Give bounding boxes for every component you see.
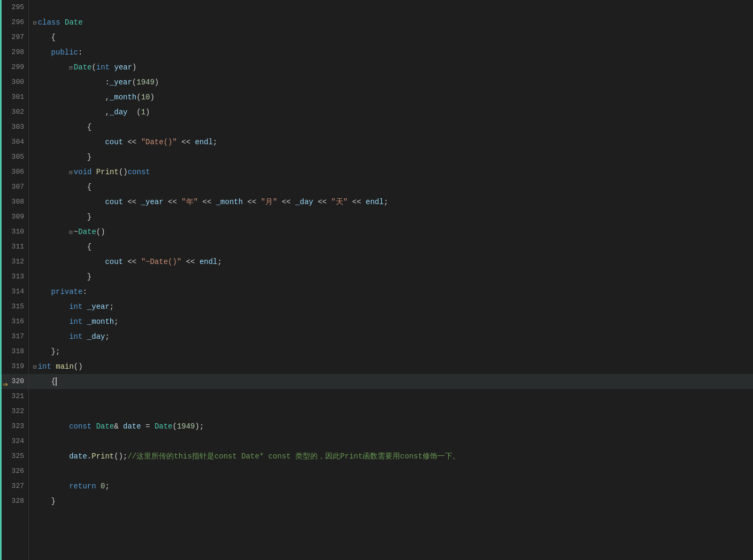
plain-token: = bbox=[141, 422, 155, 431]
typename-token: Date bbox=[155, 422, 173, 431]
code-line-327: return 0; bbox=[29, 479, 753, 494]
line-num-303: 303 bbox=[2, 120, 28, 135]
code-line-322 bbox=[29, 404, 753, 419]
code-content[interactable]: ⊟class Date { public: ⊟Date(int year) :_… bbox=[29, 0, 753, 560]
keyword-token: public bbox=[51, 48, 78, 57]
plain-token bbox=[91, 168, 96, 176]
code-line-315: int _year; bbox=[29, 299, 753, 314]
variable-token: endl bbox=[366, 198, 384, 206]
collapse-icon[interactable]: ⊟ bbox=[33, 363, 37, 370]
plain-token: ; bbox=[105, 482, 109, 491]
plain-token: { bbox=[87, 183, 91, 191]
code-line-314: private: bbox=[29, 284, 753, 299]
variable-token: date bbox=[123, 422, 141, 431]
code-line-306: ⊟void Print()const bbox=[29, 165, 753, 180]
code-line-300: :_year(1949) bbox=[29, 75, 753, 90]
plain-token: ); bbox=[195, 422, 204, 431]
plain-token: << bbox=[123, 138, 141, 146]
typename-token: Date bbox=[78, 228, 96, 236]
plain-token: }; bbox=[51, 347, 60, 356]
variable-token: cout bbox=[105, 138, 123, 146]
code-line-324 bbox=[29, 434, 753, 449]
collapse-icon[interactable]: ⊟ bbox=[69, 229, 73, 236]
code-line-308: cout << _year << "年" << _month << "月" <<… bbox=[29, 195, 753, 209]
plain-token: , bbox=[105, 93, 109, 102]
collapse-icon[interactable]: ⊟ bbox=[69, 169, 73, 176]
code-line-299: ⊟Date(int year) bbox=[29, 60, 753, 75]
plain-token: ( bbox=[136, 93, 141, 102]
plain-token: << bbox=[313, 198, 332, 206]
code-line-318: }; bbox=[29, 344, 753, 359]
line-num-301: 301 bbox=[2, 90, 28, 105]
code-line-311: { bbox=[29, 239, 753, 254]
plain-token: : bbox=[105, 78, 109, 87]
string-token: "天" bbox=[331, 197, 348, 207]
plain-token: ( bbox=[91, 63, 96, 72]
line-num-295: 295 bbox=[2, 0, 28, 15]
comment-token: //这里所传的this指针是const Date* const 类型的，因此Pr… bbox=[127, 452, 460, 461]
code-line-304: cout << "Date()" << endl; bbox=[29, 135, 753, 150]
typename-token: Date bbox=[65, 18, 83, 27]
plain-token: : bbox=[78, 48, 82, 57]
collapse-icon[interactable]: ⊟ bbox=[33, 19, 37, 26]
current-line-arrow: ⇒ bbox=[3, 377, 8, 392]
plain-token: } bbox=[87, 273, 91, 281]
plain-token: << bbox=[123, 258, 141, 266]
code-line-301: ,_month(10) bbox=[29, 90, 753, 105]
line-num-316: 316 bbox=[2, 314, 28, 329]
line-num-327: 327 bbox=[2, 479, 28, 494]
line-num-297: 297 bbox=[2, 30, 28, 45]
function-token: Print bbox=[96, 168, 119, 176]
plain-token: } bbox=[87, 153, 91, 161]
code-line-295 bbox=[29, 0, 753, 15]
collapse-icon[interactable]: ⊟ bbox=[69, 64, 73, 71]
code-line-298: public: bbox=[29, 45, 753, 60]
code-line-316: int _month; bbox=[29, 314, 753, 329]
keyword-token: int bbox=[69, 317, 82, 326]
line-num-296: 296 bbox=[2, 15, 28, 30]
line-num-307: 307 bbox=[2, 180, 28, 195]
variable-token: _day bbox=[295, 198, 313, 206]
plain-token bbox=[110, 63, 114, 72]
keyword-token: int bbox=[69, 332, 82, 341]
line-num-328: 328 bbox=[2, 494, 28, 509]
keyword-token: class bbox=[38, 18, 60, 27]
line-num-317: 317 bbox=[2, 329, 28, 344]
code-line-310: ⊟~Date() bbox=[29, 224, 753, 239]
line-num-324: 324 bbox=[2, 434, 28, 449]
code-line-296: ⊟class Date bbox=[29, 15, 753, 30]
keyword-token: return bbox=[69, 482, 96, 491]
number-token: 1949 bbox=[136, 78, 155, 87]
text-cursor bbox=[56, 377, 57, 386]
typename-token: Date bbox=[96, 422, 114, 431]
function-token: main bbox=[56, 362, 74, 371]
keyword-token: private bbox=[51, 287, 83, 296]
line-num-312: 312 bbox=[2, 254, 28, 269]
variable-token: endl bbox=[195, 138, 213, 146]
keyword-token: const bbox=[69, 422, 91, 431]
number-token: 0 bbox=[101, 482, 105, 491]
variable-token: _month bbox=[110, 93, 136, 102]
plain-token: () bbox=[96, 228, 105, 236]
plain-token: ; bbox=[383, 198, 388, 206]
code-editor[interactable]: 2952962972982993003013023033043053063073… bbox=[0, 0, 753, 560]
line-num-314: 314 bbox=[2, 284, 28, 299]
plain-token: { bbox=[51, 377, 56, 386]
line-num-304: 304 bbox=[2, 135, 28, 150]
plain-token: << bbox=[164, 198, 182, 206]
line-num-308: 308 bbox=[2, 195, 28, 209]
string-token: "~Date()" bbox=[141, 258, 182, 266]
code-line-325: date.Print();//这里所传的this指针是const Date* c… bbox=[29, 449, 753, 464]
plain-token: { bbox=[87, 243, 91, 251]
plain-token: ) bbox=[150, 93, 154, 102]
number-token: 1 bbox=[141, 108, 145, 116]
plain-token: : bbox=[82, 287, 87, 296]
line-num-298: 298 bbox=[2, 45, 28, 60]
plain-token bbox=[82, 317, 87, 326]
variable-token: _day bbox=[110, 108, 128, 116]
typename-token: Date bbox=[74, 63, 92, 72]
code-line-319: ⊟int main() bbox=[29, 359, 753, 374]
variable-token: _month bbox=[87, 317, 114, 326]
line-num-322: 322 bbox=[2, 404, 28, 419]
line-num-302: 302 bbox=[2, 105, 28, 120]
